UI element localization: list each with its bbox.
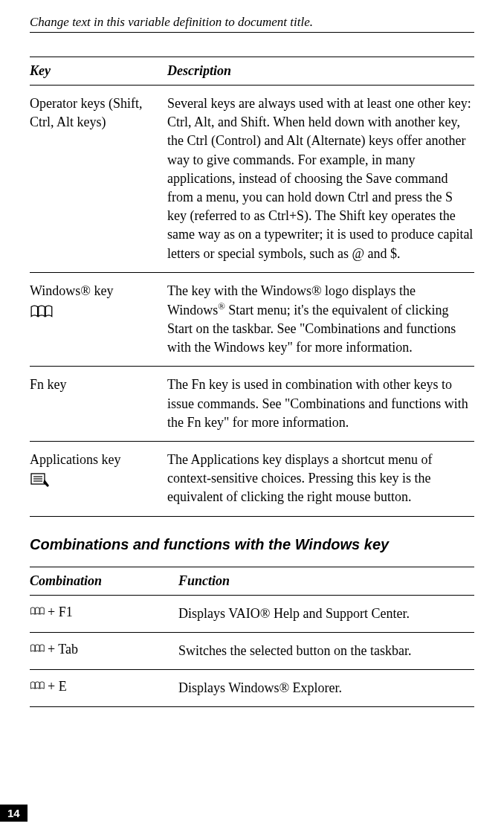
page-number: 14	[0, 805, 28, 822]
windows-key-icon	[30, 303, 160, 325]
combo-f1: + F1	[30, 605, 178, 620]
combo-f1-text: + F1	[48, 605, 73, 620]
combo-tab-text: + Tab	[48, 642, 78, 657]
table1-header-key: Key	[30, 63, 167, 79]
table2-header-func: Function	[178, 573, 474, 589]
key-windows-label: Windows® key	[30, 283, 113, 298]
table2-header: Combination Function	[30, 567, 474, 596]
table-row: + E Displays Windows® Explorer.	[30, 670, 474, 707]
key-applications-label: Applications key	[30, 452, 120, 467]
table-row: + Tab Switches the selected button on th…	[30, 633, 474, 670]
windows-key-icon	[30, 679, 46, 694]
table1-header: Key Description	[30, 57, 474, 86]
table-row: + F1 Displays VAIO® Help and Support Cen…	[30, 596, 474, 633]
table-row: Operator keys (Shift, Ctrl, Alt keys) Se…	[30, 86, 474, 273]
windows-key-icon	[30, 642, 46, 657]
key-windows: Windows® key	[30, 282, 167, 325]
combo-e: + E	[30, 679, 178, 694]
desc-applications: The Applications key displays a shortcut…	[167, 451, 474, 507]
section-heading-windows-combinations: Combinations and functions with the Wind…	[30, 536, 474, 553]
windows-key-icon	[30, 605, 46, 620]
table-row: Applications key The Applications key di…	[30, 442, 474, 517]
func-tab: Switches the selected button on the task…	[178, 642, 474, 660]
table1-header-desc: Description	[167, 63, 474, 79]
key-fn: Fn key	[30, 376, 167, 394]
desc-fn: The Fn key is used in combination with o…	[167, 376, 474, 432]
desc-operator: Several keys are always used with at lea…	[167, 94, 474, 263]
applications-key-icon	[30, 472, 160, 494]
desc-windows: The key with the Windows® logo displays …	[167, 282, 474, 358]
document-header: Change text in this variable definition …	[30, 15, 474, 33]
key-applications: Applications key	[30, 451, 167, 494]
func-f1: Displays VAIO® Help and Support Center.	[178, 605, 474, 623]
table-row: Fn key The Fn key is used in combination…	[30, 367, 474, 442]
combo-e-text: + E	[48, 679, 67, 694]
key-operator: Operator keys (Shift, Ctrl, Alt keys)	[30, 94, 167, 132]
registered-sup: ®	[218, 301, 225, 312]
combo-tab: + Tab	[30, 642, 178, 657]
table2-header-combo: Combination	[30, 573, 178, 589]
func-e: Displays Windows® Explorer.	[178, 679, 474, 697]
table-row: Windows® key The key with the Windows® l…	[30, 273, 474, 367]
